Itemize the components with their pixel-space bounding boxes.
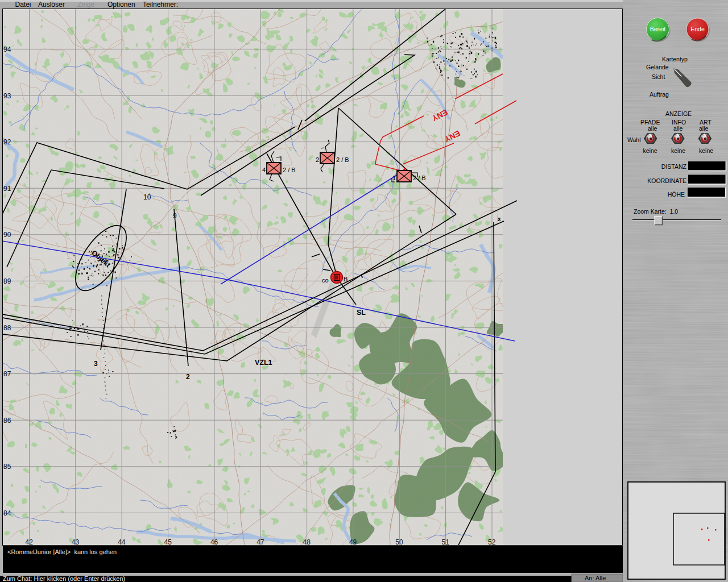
svg-text:84: 84 (3, 509, 11, 517)
svg-text:87: 87 (3, 370, 11, 378)
svg-text:94: 94 (3, 45, 11, 53)
svg-text:HÖHE: HÖHE (668, 191, 685, 198)
svg-text:90: 90 (3, 231, 11, 239)
svg-text:VZL1: VZL1 (255, 359, 272, 367)
svg-text:88: 88 (3, 324, 11, 332)
svg-text:92: 92 (3, 138, 11, 146)
svg-text:SL: SL (357, 309, 366, 317)
svg-text:4: 4 (262, 167, 266, 173)
svg-text:Zum Chat: Hier klicken (oder E: Zum Chat: Hier klicken (oder Enter drück… (3, 575, 125, 582)
svg-text:DISTANZ: DISTANZ (661, 163, 687, 170)
svg-text:Sicht: Sicht (652, 73, 665, 80)
svg-text:2: 2 (186, 373, 190, 381)
svg-text:45: 45 (164, 538, 172, 546)
svg-text:93: 93 (3, 92, 11, 100)
svg-text:KOORDINATE: KOORDINATE (647, 177, 686, 184)
svg-text:alle: alle (673, 125, 683, 132)
svg-text:85: 85 (3, 463, 11, 471)
svg-text:48: 48 (303, 538, 311, 546)
svg-text:52: 52 (488, 538, 496, 546)
svg-text:Teilnehmer:: Teilnehmer: (143, 1, 178, 9)
svg-text:Auftrag: Auftrag (650, 91, 669, 98)
svg-text:Wahl: Wahl (627, 136, 641, 143)
svg-text:co: co (322, 277, 329, 284)
svg-text:An: Alle: An: Alle (585, 575, 606, 581)
svg-text:Ende: Ende (690, 26, 705, 32)
svg-text:2: 2 (316, 156, 319, 163)
svg-text:<RommelJunior [Alle]> kann lo: <RommelJunior [Alle]> kann los gehen (7, 548, 117, 555)
svg-text:50: 50 (395, 538, 403, 546)
svg-text:2 / B: 2 / B (413, 174, 426, 181)
svg-text:ANZEIGE: ANZEIGE (665, 110, 692, 117)
svg-text:alle: alle (648, 125, 657, 132)
svg-text:44: 44 (118, 538, 126, 546)
svg-text:42: 42 (26, 538, 34, 546)
svg-text:10: 10 (143, 193, 151, 201)
svg-text:43: 43 (72, 538, 80, 546)
svg-text:Datei: Datei (15, 1, 31, 9)
svg-text:86: 86 (3, 417, 11, 425)
svg-text:Zoom Karte: 1.0: Zoom Karte: 1.0 (634, 208, 678, 215)
svg-text:3: 3 (94, 360, 98, 368)
svg-text:keine: keine (699, 147, 713, 154)
svg-text:47: 47 (257, 538, 264, 546)
svg-text:Zeige: Zeige (77, 1, 94, 9)
svg-text:x: x (498, 216, 501, 222)
svg-text:46: 46 (210, 538, 218, 546)
svg-text:Kartentyp: Kartentyp (662, 56, 688, 63)
svg-text:keine: keine (643, 147, 657, 154)
svg-text:89: 89 (3, 277, 11, 285)
svg-text:2 / B: 2 / B (336, 156, 349, 163)
svg-text:Bereit: Bereit (650, 26, 666, 32)
svg-text:Gelände: Gelände (646, 64, 669, 70)
svg-text:49: 49 (349, 538, 357, 546)
svg-text:51: 51 (442, 538, 450, 546)
svg-text:keine: keine (671, 147, 685, 154)
svg-text:Optionen: Optionen (107, 1, 135, 9)
svg-text:2 / B: 2 / B (283, 167, 296, 173)
svg-text:alle: alle (699, 125, 709, 132)
svg-text:B: B (344, 276, 348, 282)
svg-text:9: 9 (173, 212, 177, 220)
svg-text:Auslöser: Auslöser (38, 1, 65, 9)
svg-text:91: 91 (3, 185, 11, 193)
svg-text:1: 1 (392, 174, 396, 181)
